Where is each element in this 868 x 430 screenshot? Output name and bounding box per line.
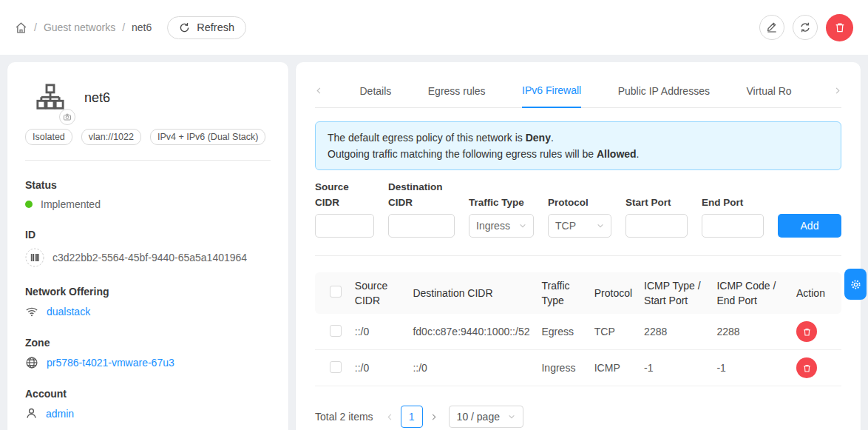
tag-isolated: Isolated [25,129,72,145]
delete-button[interactable] [826,14,853,41]
chevron-down-icon [519,222,526,229]
camera-icon[interactable] [59,109,75,125]
refresh-button[interactable]: Refresh [167,16,246,39]
id-section: ID c3d22bb2-5564-45bf-9440-65a5a1401964 [25,229,271,267]
resource-title: net6 [84,90,110,106]
cell-icmp-code: 2288 [711,314,790,350]
destination-cidr-input[interactable] [388,214,455,238]
breadcrumb-separator: / [34,21,37,33]
cell-protocol: ICMP [589,350,638,386]
globe-icon [25,356,38,369]
col-protocol: Protocol [589,272,638,314]
breadcrumb-separator: / [122,21,125,33]
tab-details[interactable]: Details [359,85,391,107]
edit-button[interactable] [759,15,784,40]
end-port-input[interactable] [702,214,764,238]
resource-panel: net6 Isolated vlan://1022 IPv4 + IPv6 (D… [7,62,288,430]
add-rule-form: Source CIDR Destination CIDR Traffic Typ… [315,179,841,238]
tab-bar: Details Egress rules IPv6 Firewall Publi… [315,62,841,108]
status-dot [25,201,33,208]
page: / Guest networks / net6 Refresh [0,0,868,430]
cell-icmp-type: 2288 [638,314,711,350]
pagination-next-icon[interactable] [430,413,438,421]
tabs-prev-icon[interactable] [315,87,323,107]
account-section: Account admin [25,388,271,420]
tab-virtual-routers[interactable]: Virtual Ro [746,85,796,107]
col-destination-cidr: Destination CIDR [407,272,535,314]
traffic-type-label: Traffic Type [469,179,534,210]
cell-source-cidr: ::/0 [349,314,407,350]
resource-tags: Isolated vlan://1022 IPv4 + IPv6 (Dual S… [25,129,271,145]
cell-icmp-code: -1 [711,350,790,386]
start-port-label: Start Port [625,179,688,210]
pagination-prev-icon[interactable] [386,413,394,421]
cell-protocol: TCP [589,314,638,350]
start-port-input[interactable] [625,214,688,238]
restart-button[interactable] [793,15,818,40]
trash-icon [802,327,812,337]
delete-rule-button[interactable] [796,321,817,342]
traffic-type-select[interactable]: Ingress [469,214,534,238]
tab-public-ip-addresses[interactable]: Public IP Addresses [618,85,710,107]
breadcrumb-current: net6 [132,21,152,33]
barcode-icon [25,248,44,267]
cell-icmp-type: -1 [638,350,711,386]
resource-header: net6 [25,83,271,112]
col-icmp-code-end-port: ICMP Code / End Port [711,272,790,314]
alert-line-1: The default egress policy of this networ… [328,130,829,146]
delete-rule-button[interactable] [796,357,817,378]
details-panel: Details Egress rules IPv6 Firewall Publi… [296,62,861,430]
user-icon [25,407,38,420]
status-section: Status Implemented [25,179,271,210]
network-offering-link[interactable]: dualstack [47,306,90,318]
row-checkbox[interactable] [330,361,342,373]
divider [315,255,841,256]
col-traffic-type: Traffic Type [535,272,588,314]
breadcrumb-guest-networks[interactable]: Guest networks [44,21,115,33]
add-button[interactable]: Add [778,214,841,238]
network-offering-section: Network Offering dualstack [25,286,271,318]
trash-icon [802,363,812,373]
table-header-row: Source CIDR Destination CIDR Traffic Typ… [315,272,841,314]
wifi-icon [25,305,38,318]
alert-line-2: Outgoing traffic matching the following … [328,146,829,162]
cell-traffic-type: Egress [535,314,588,350]
chevron-down-icon [597,222,604,229]
network-apartment-icon [35,83,65,112]
trash-icon [834,21,846,33]
pagination-page-1[interactable]: 1 [401,406,423,428]
destination-cidr-label: Destination CIDR [388,179,455,210]
tab-ipv6-firewall[interactable]: IPv6 Firewall [522,84,581,108]
zone-label: Zone [25,337,271,349]
account-label: Account [25,388,271,400]
chevron-down-icon [508,413,515,420]
account-link[interactable]: admin [46,408,74,420]
zone-link[interactable]: pr5786-t4021-vmware-67u3 [47,357,174,369]
source-cidr-label: Source CIDR [315,179,374,210]
home-icon[interactable] [15,21,27,34]
refresh-icon [179,22,190,33]
sync-icon [799,21,811,33]
pagination: Total 2 items 1 10 / page [315,406,841,428]
zone-section: Zone pr5786-t4021-vmware-67u3 [25,337,271,369]
table-row: ::/0 ::/0 Ingress ICMP -1 -1 [315,350,841,386]
status-label: Status [25,179,271,191]
row-checkbox[interactable] [330,325,342,337]
select-all-checkbox[interactable] [330,286,342,298]
tag-vlan: vlan://1022 [81,129,141,145]
col-icmp-type-start-port: ICMP Type / Start Port [638,272,711,314]
tag-ip-stack: IPv4 + IPv6 (Dual Stack) [150,129,266,145]
tab-egress-rules[interactable]: Egress rules [428,85,486,107]
source-cidr-input[interactable] [315,214,374,238]
table-settings-button[interactable] [844,269,867,300]
header-actions [759,14,853,41]
col-source-cidr: Source CIDR [349,272,407,314]
gear-icon [850,278,862,291]
tabs-next-icon[interactable] [833,87,841,107]
id-value: c3d22bb2-5564-45bf-9440-65a5a1401964 [52,252,247,263]
protocol-select[interactable]: TCP [548,214,611,238]
page-size-select[interactable]: 10 / page [449,406,523,428]
divider [25,160,271,161]
edit-icon [766,21,778,33]
table-row: ::/0 fd0c:c87e:9440:1000::/52 Egress TCP… [315,314,841,350]
